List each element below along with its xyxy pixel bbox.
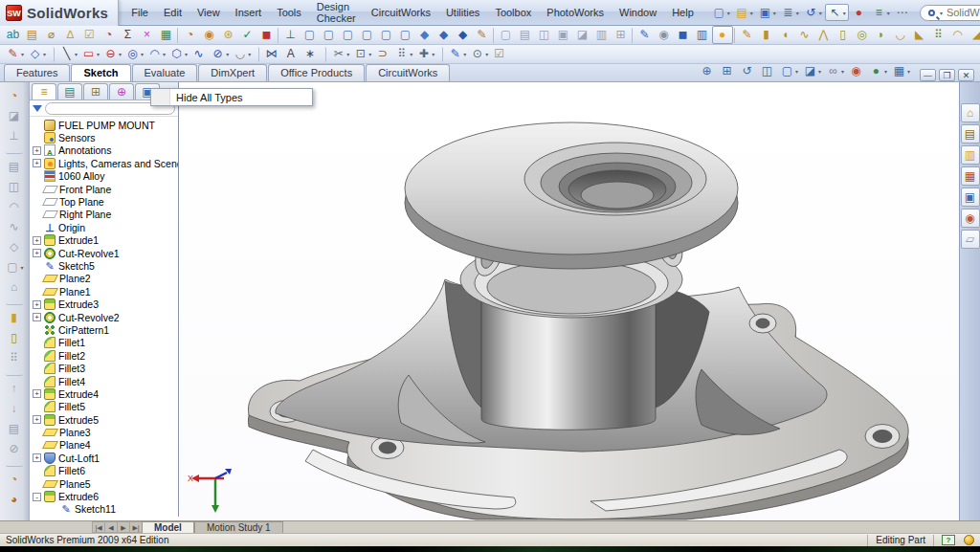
toolbar-button[interactable]: ⌀: [42, 27, 61, 43]
toolbar-button[interactable]: ⌂: [6, 279, 23, 296]
toolbar-button[interactable]: [321, 47, 326, 62]
toolbar-button[interactable]: ▮: [6, 310, 23, 326]
toolbar-button[interactable]: ▤: [6, 159, 23, 175]
quickbar-button[interactable]: ⋯: [893, 5, 912, 20]
tree-expand-toggle[interactable]: +: [33, 146, 41, 155]
toolbar-button[interactable]: ▥: [592, 27, 612, 43]
toolbar-button[interactable]: ▢: [301, 27, 320, 43]
toolbar-button[interactable]: ◕: [6, 492, 23, 508]
view-toolbar-button[interactable]: ◫: [758, 63, 777, 79]
command-tab[interactable]: Evaluate: [132, 64, 198, 81]
tab-scroll-button[interactable]: ◀: [104, 521, 117, 533]
toolbar-button[interactable]: ◔: [181, 27, 200, 43]
toolbar-button[interactable]: ⠿: [929, 27, 948, 43]
menu-item[interactable]: CircuitWorks: [365, 4, 437, 21]
search-box[interactable]: ▾: [920, 5, 980, 21]
feature-tree-item[interactable]: Fillet3: [30, 362, 178, 374]
toolbar-button[interactable]: ◉: [655, 27, 674, 43]
toolbar-button[interactable]: ▢: [320, 27, 339, 43]
toolbar-button[interactable]: ⊙▾: [468, 46, 490, 62]
feature-tree-item[interactable]: Sketch11: [30, 503, 178, 516]
toolbar-button[interactable]: [6, 149, 23, 154]
tab-scroll-button[interactable]: ▶|: [129, 521, 142, 533]
feature-tree-item[interactable]: Sensors: [30, 131, 178, 144]
quickbar-button[interactable]: ●: [850, 5, 869, 20]
quickbar-button[interactable]: ▢▾: [710, 5, 732, 20]
toolbar-button[interactable]: ◫: [535, 27, 554, 43]
toolbar-button[interactable]: ↓: [6, 401, 23, 417]
feature-tree-item[interactable]: 1060 Alloy: [30, 170, 178, 183]
toolbar-button[interactable]: ▭▾: [79, 46, 101, 62]
toolbar-button[interactable]: ▢▾: [4, 259, 24, 276]
tree-expand-toggle[interactable]: +: [33, 389, 41, 398]
tree-expand-toggle[interactable]: +: [33, 159, 41, 167]
panel-tab[interactable]: ▤: [57, 83, 82, 99]
context-menu-item[interactable]: Hide All Types: [151, 89, 312, 105]
toolbar-button[interactable]: ▯: [834, 27, 853, 43]
toolbar-button[interactable]: ✂▾: [329, 46, 351, 62]
menu-item[interactable]: PhotoWorks: [540, 4, 611, 21]
toolbar-button[interactable]: ◉: [200, 27, 219, 43]
toolbar-button[interactable]: ☑: [490, 46, 509, 62]
view-toolbar-button[interactable]: ◪▾: [801, 63, 823, 79]
toolbar-button[interactable]: ◫: [6, 179, 23, 195]
command-tab[interactable]: Features: [4, 64, 70, 81]
toolbar-button[interactable]: ab: [4, 27, 23, 43]
quickbar-button[interactable]: ≡▾: [870, 5, 892, 20]
toolbar-button[interactable]: ✎: [635, 27, 655, 43]
toolbar-button[interactable]: ◠: [6, 199, 23, 215]
toolbar-button[interactable]: ◇: [6, 239, 23, 255]
menu-item[interactable]: Insert: [229, 4, 269, 21]
toolbar-button[interactable]: ⠿▾: [392, 46, 414, 62]
tree-expand-toggle[interactable]: +: [33, 453, 41, 462]
tree-expand-toggle[interactable]: +: [33, 236, 41, 245]
view-toolbar-button[interactable]: ↺: [738, 63, 757, 79]
toolbar-button[interactable]: ◡: [891, 27, 910, 43]
feature-tree-item[interactable]: Fillet4: [30, 375, 178, 387]
toolbar-button[interactable]: [6, 300, 23, 305]
toolbar-button[interactable]: ↑: [6, 381, 23, 397]
toolbar-button[interactable]: ▣: [554, 27, 573, 43]
feature-tree-item[interactable]: Sketch5: [30, 259, 178, 272]
task-pane-tab[interactable]: ▥: [961, 145, 980, 165]
toolbar-button[interactable]: ◠▾: [145, 46, 167, 62]
feature-tree-item[interactable]: FUEL PUMP MOUNT: [30, 119, 178, 131]
tree-expand-toggle[interactable]: +: [33, 415, 41, 424]
toolbar-button[interactable]: ✓: [238, 27, 257, 43]
command-tab[interactable]: Office Products: [268, 64, 365, 81]
toolbar-button[interactable]: ⊛: [219, 27, 238, 43]
feature-tree-item[interactable]: Plane4: [30, 439, 178, 452]
toolbar-button[interactable]: ▤: [6, 421, 23, 437]
panel-tab[interactable]: ⊕: [109, 83, 134, 99]
toolbar-button[interactable]: ▢: [358, 27, 377, 43]
feature-tree-item[interactable]: Right Plane: [30, 209, 178, 221]
menu-item[interactable]: File: [124, 4, 155, 21]
toolbar-button[interactable]: ⊖▾: [101, 46, 123, 62]
view-toolbar-button[interactable]: ⊕: [698, 63, 717, 79]
toolbar-button[interactable]: ⬡▾: [167, 46, 189, 62]
menu-item[interactable]: Tools: [270, 4, 308, 21]
toolbar-button[interactable]: ▢: [339, 27, 358, 43]
tree-expand-toggle[interactable]: +: [33, 313, 41, 321]
toolbar-button[interactable]: ▮: [757, 27, 776, 43]
toolbar-button[interactable]: ▦: [157, 27, 176, 43]
tree-expand-toggle[interactable]: +: [33, 249, 41, 257]
feature-tree-item[interactable]: Fillet2: [30, 349, 178, 362]
task-pane-tab[interactable]: ▱: [961, 230, 980, 249]
toolbar-button[interactable]: ▢: [377, 27, 396, 43]
toolbar-button[interactable]: ▤: [516, 27, 535, 43]
filter-funnel-icon[interactable]: [33, 105, 42, 112]
quickbar-button[interactable]: ↖▾: [825, 4, 849, 21]
doc-restore-button[interactable]: ❐: [939, 69, 955, 81]
toolbar-button[interactable]: ◔: [100, 27, 119, 43]
doc-close-button[interactable]: ✕: [958, 69, 974, 81]
toolbar-button[interactable]: ▤: [23, 27, 42, 43]
toolbar-button[interactable]: ⊥: [281, 27, 301, 43]
toolbar-button[interactable]: [632, 28, 633, 43]
feature-tree-item[interactable]: Plane1: [30, 285, 178, 298]
toolbar-button[interactable]: ●: [712, 26, 733, 44]
toolbar-button[interactable]: ▥: [693, 27, 712, 43]
toolbar-button[interactable]: ▢: [497, 27, 516, 43]
menu-item[interactable]: Toolbox: [488, 4, 538, 21]
toolbar-button[interactable]: ⊡▾: [351, 46, 373, 62]
